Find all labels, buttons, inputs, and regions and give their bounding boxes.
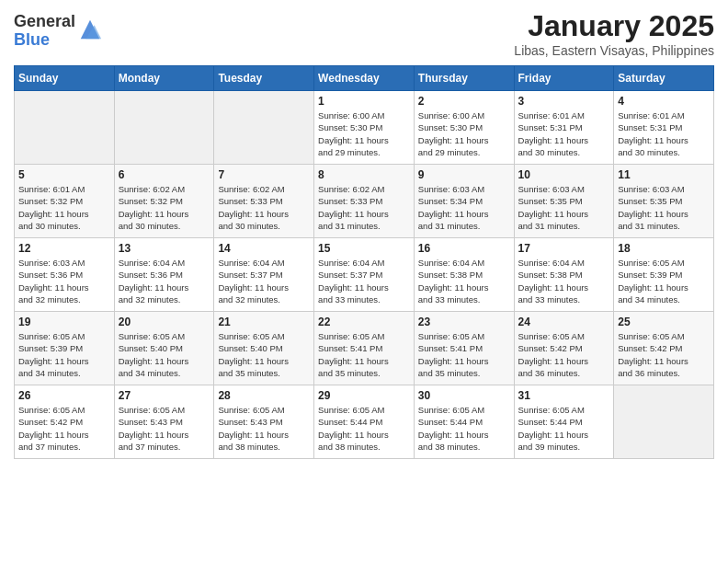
day-number: 24 <box>518 316 610 328</box>
day-number: 19 <box>18 316 110 328</box>
day-info: Sunrise: 6:05 AM Sunset: 5:40 PM Dayligh… <box>218 330 310 379</box>
day-info: Sunrise: 6:05 AM Sunset: 5:43 PM Dayligh… <box>218 404 310 453</box>
day-number: 2 <box>418 95 510 108</box>
calendar-table: SundayMondayTuesdayWednesdayThursdayFrid… <box>14 65 714 459</box>
day-number: 1 <box>318 95 410 108</box>
calendar-cell: 25Sunrise: 6:05 AM Sunset: 5:42 PM Dayli… <box>614 312 714 385</box>
calendar-cell: 2Sunrise: 6:00 AM Sunset: 5:30 PM Daylig… <box>414 91 514 165</box>
calendar-cell: 18Sunrise: 6:05 AM Sunset: 5:39 PM Dayli… <box>614 238 714 312</box>
day-info: Sunrise: 6:05 AM Sunset: 5:41 PM Dayligh… <box>318 330 410 379</box>
title-block: January 2025 Libas, Eastern Visayas, Phi… <box>514 9 714 58</box>
weekday-header-saturday: Saturday <box>614 66 714 91</box>
calendar-cell: 8Sunrise: 6:02 AM Sunset: 5:33 PM Daylig… <box>314 165 415 238</box>
day-number: 8 <box>318 168 410 181</box>
calendar-cell <box>114 91 214 165</box>
calendar-cell <box>614 385 714 459</box>
calendar-week-row: 26Sunrise: 6:05 AM Sunset: 5:42 PM Dayli… <box>15 385 714 459</box>
day-info: Sunrise: 6:04 AM Sunset: 5:36 PM Dayligh… <box>119 257 210 305</box>
day-info: Sunrise: 6:03 AM Sunset: 5:36 PM Dayligh… <box>18 257 110 305</box>
calendar-cell: 13Sunrise: 6:04 AM Sunset: 5:36 PM Dayli… <box>114 238 214 312</box>
day-number: 22 <box>318 316 410 328</box>
day-number: 14 <box>218 242 310 255</box>
calendar-cell: 26Sunrise: 6:05 AM Sunset: 5:42 PM Dayli… <box>15 385 115 459</box>
day-info: Sunrise: 6:05 AM Sunset: 5:44 PM Dayligh… <box>318 404 410 453</box>
day-number: 29 <box>318 389 410 402</box>
calendar-cell: 14Sunrise: 6:04 AM Sunset: 5:37 PM Dayli… <box>214 238 314 312</box>
calendar-body: 1Sunrise: 6:00 AM Sunset: 5:30 PM Daylig… <box>15 91 714 459</box>
day-info: Sunrise: 6:03 AM Sunset: 5:35 PM Dayligh… <box>518 183 610 232</box>
day-number: 15 <box>318 242 410 255</box>
calendar-cell: 12Sunrise: 6:03 AM Sunset: 5:36 PM Dayli… <box>15 238 115 312</box>
day-number: 20 <box>119 316 210 328</box>
calendar-cell: 30Sunrise: 6:05 AM Sunset: 5:44 PM Dayli… <box>414 385 514 459</box>
location-subtitle: Libas, Eastern Visayas, Philippines <box>514 43 714 58</box>
calendar-cell: 27Sunrise: 6:05 AM Sunset: 5:43 PM Dayli… <box>114 385 214 459</box>
day-info: Sunrise: 6:04 AM Sunset: 5:38 PM Dayligh… <box>418 257 510 305</box>
calendar-cell: 31Sunrise: 6:05 AM Sunset: 5:44 PM Dayli… <box>514 385 614 459</box>
weekday-header-row: SundayMondayTuesdayWednesdayThursdayFrid… <box>15 66 714 91</box>
day-info: Sunrise: 6:05 AM Sunset: 5:42 PM Dayligh… <box>518 330 610 379</box>
day-info: Sunrise: 6:05 AM Sunset: 5:39 PM Dayligh… <box>18 330 110 379</box>
day-info: Sunrise: 6:04 AM Sunset: 5:37 PM Dayligh… <box>218 257 310 305</box>
calendar-cell: 20Sunrise: 6:05 AM Sunset: 5:40 PM Dayli… <box>114 312 214 385</box>
day-number: 9 <box>418 168 510 181</box>
calendar-cell: 22Sunrise: 6:05 AM Sunset: 5:41 PM Dayli… <box>314 312 415 385</box>
logo: General Blue <box>14 13 103 50</box>
day-number: 16 <box>418 242 510 255</box>
day-number: 30 <box>418 389 510 402</box>
weekday-header-monday: Monday <box>114 66 214 91</box>
calendar-cell: 9Sunrise: 6:03 AM Sunset: 5:34 PM Daylig… <box>414 165 514 238</box>
day-number: 7 <box>218 168 310 181</box>
calendar-week-row: 19Sunrise: 6:05 AM Sunset: 5:39 PM Dayli… <box>15 312 714 385</box>
calendar-week-row: 5Sunrise: 6:01 AM Sunset: 5:32 PM Daylig… <box>15 165 714 238</box>
day-info: Sunrise: 6:02 AM Sunset: 5:33 PM Dayligh… <box>218 183 310 232</box>
day-info: Sunrise: 6:04 AM Sunset: 5:37 PM Dayligh… <box>318 257 410 305</box>
calendar-cell: 23Sunrise: 6:05 AM Sunset: 5:41 PM Dayli… <box>414 312 514 385</box>
weekday-header-thursday: Thursday <box>414 66 514 91</box>
day-info: Sunrise: 6:01 AM Sunset: 5:31 PM Dayligh… <box>518 109 610 158</box>
logo-general-text: General <box>14 13 75 31</box>
weekday-header-tuesday: Tuesday <box>214 66 314 91</box>
day-number: 26 <box>18 389 110 402</box>
calendar-cell: 24Sunrise: 6:05 AM Sunset: 5:42 PM Dayli… <box>514 312 614 385</box>
day-number: 25 <box>618 316 710 328</box>
day-info: Sunrise: 6:03 AM Sunset: 5:35 PM Dayligh… <box>618 183 710 232</box>
day-number: 6 <box>119 168 210 181</box>
day-number: 31 <box>518 389 610 402</box>
day-info: Sunrise: 6:01 AM Sunset: 5:31 PM Dayligh… <box>618 109 710 158</box>
day-number: 12 <box>18 242 110 255</box>
day-number: 18 <box>618 242 710 255</box>
calendar-cell: 7Sunrise: 6:02 AM Sunset: 5:33 PM Daylig… <box>214 165 314 238</box>
day-number: 4 <box>618 95 710 108</box>
day-number: 21 <box>218 316 310 328</box>
day-number: 3 <box>518 95 610 108</box>
weekday-header-wednesday: Wednesday <box>314 66 415 91</box>
day-info: Sunrise: 6:05 AM Sunset: 5:43 PM Dayligh… <box>119 404 210 453</box>
day-number: 27 <box>119 389 210 402</box>
weekday-header-sunday: Sunday <box>15 66 115 91</box>
day-info: Sunrise: 6:04 AM Sunset: 5:38 PM Dayligh… <box>518 257 610 305</box>
day-info: Sunrise: 6:05 AM Sunset: 5:41 PM Dayligh… <box>418 330 510 379</box>
calendar-cell: 21Sunrise: 6:05 AM Sunset: 5:40 PM Dayli… <box>214 312 314 385</box>
logo-blue-text: Blue <box>14 31 75 50</box>
calendar-header: SundayMondayTuesdayWednesdayThursdayFrid… <box>15 66 714 91</box>
calendar-cell <box>15 91 115 165</box>
day-number: 28 <box>218 389 310 402</box>
day-info: Sunrise: 6:05 AM Sunset: 5:40 PM Dayligh… <box>119 330 210 379</box>
calendar-cell: 17Sunrise: 6:04 AM Sunset: 5:38 PM Dayli… <box>514 238 614 312</box>
calendar-cell: 28Sunrise: 6:05 AM Sunset: 5:43 PM Dayli… <box>214 385 314 459</box>
calendar-cell: 11Sunrise: 6:03 AM Sunset: 5:35 PM Dayli… <box>614 165 714 238</box>
day-info: Sunrise: 6:00 AM Sunset: 5:30 PM Dayligh… <box>318 109 410 158</box>
calendar-cell: 15Sunrise: 6:04 AM Sunset: 5:37 PM Dayli… <box>314 238 415 312</box>
calendar-cell <box>214 91 314 165</box>
day-info: Sunrise: 6:03 AM Sunset: 5:34 PM Dayligh… <box>418 183 510 232</box>
page-header: General Blue January 2025 Libas, Eastern… <box>14 9 714 58</box>
calendar-cell: 3Sunrise: 6:01 AM Sunset: 5:31 PM Daylig… <box>514 91 614 165</box>
calendar-week-row: 12Sunrise: 6:03 AM Sunset: 5:36 PM Dayli… <box>15 238 714 312</box>
day-info: Sunrise: 6:05 AM Sunset: 5:39 PM Dayligh… <box>618 257 710 305</box>
day-number: 11 <box>618 168 710 181</box>
day-info: Sunrise: 6:05 AM Sunset: 5:42 PM Dayligh… <box>18 404 110 453</box>
day-info: Sunrise: 6:05 AM Sunset: 5:44 PM Dayligh… <box>518 404 610 453</box>
day-info: Sunrise: 6:00 AM Sunset: 5:30 PM Dayligh… <box>418 109 510 158</box>
day-number: 23 <box>418 316 510 328</box>
